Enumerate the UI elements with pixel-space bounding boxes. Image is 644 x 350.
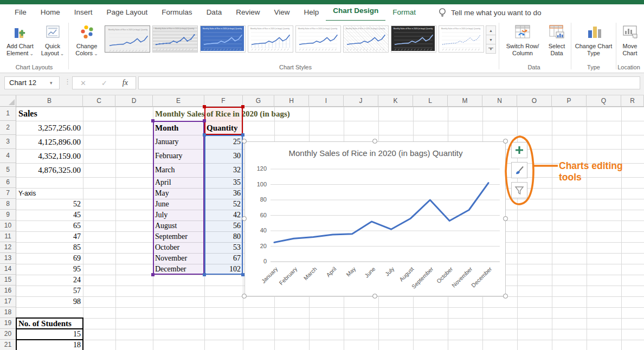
tell-me-box[interactable]: Tell me what you want to do bbox=[438, 7, 542, 18]
column-header-O[interactable]: O bbox=[517, 95, 552, 107]
chart-style-thumbnail-5[interactable]: Monthly Sales of Rice in 2020 (in bags) … bbox=[295, 25, 341, 53]
row-header-12[interactable]: 12 bbox=[0, 242, 16, 253]
series-name-range-handle[interactable] bbox=[241, 105, 244, 108]
column-header-B[interactable]: B bbox=[16, 95, 83, 107]
chart-style-thumbnail-6[interactable]: Monthly Sales of Rice in 2020 (in bags) … bbox=[343, 25, 389, 53]
tab-format[interactable]: Format bbox=[385, 4, 423, 21]
column-header-C[interactable]: C bbox=[83, 95, 115, 107]
values-range-handle[interactable] bbox=[203, 133, 206, 137]
row-header-3[interactable]: 3 bbox=[0, 135, 16, 149]
chart-style-thumbnail-2[interactable]: Monthly Sales of Rice in 2020 (in bags) … bbox=[152, 25, 198, 53]
values-range-handle[interactable] bbox=[241, 133, 244, 137]
tab-view[interactable]: View bbox=[267, 4, 297, 21]
cancel-icon[interactable]: ✕ bbox=[80, 79, 86, 87]
row-header-8[interactable]: 8 bbox=[0, 199, 16, 210]
row-header-13[interactable]: 13 bbox=[0, 253, 16, 264]
row-header-1[interactable]: 1 bbox=[0, 107, 16, 121]
column-header-E[interactable]: E bbox=[153, 95, 204, 107]
chart-styles-button[interactable] bbox=[511, 162, 527, 178]
column-header-F[interactable]: F bbox=[204, 95, 243, 107]
cell-B10[interactable]: 65 bbox=[16, 221, 83, 231]
row-header-17[interactable]: 17 bbox=[0, 296, 16, 307]
chart-object[interactable]: Monthly Sales of Rice in 2020 (in bags) … bbox=[244, 141, 506, 296]
chart-selection-handle[interactable] bbox=[503, 139, 508, 144]
row-header-5[interactable]: 5 bbox=[0, 163, 16, 177]
cell-B17[interactable]: 98 bbox=[16, 296, 83, 307]
tab-chart-design[interactable]: Chart Design bbox=[326, 4, 385, 22]
row-header-21[interactable]: 21 bbox=[0, 340, 16, 350]
column-header-R[interactable]: R bbox=[621, 95, 644, 107]
row-header-6[interactable]: 6 bbox=[0, 177, 16, 188]
cell-B14[interactable]: 95 bbox=[16, 264, 83, 275]
tab-help[interactable]: Help bbox=[297, 4, 326, 21]
tab-review[interactable]: Review bbox=[229, 4, 267, 21]
tab-insert[interactable]: Insert bbox=[67, 4, 100, 21]
gallery-more-button[interactable]: ▼ bbox=[486, 44, 496, 54]
chart-selection-handle[interactable] bbox=[503, 294, 508, 299]
row-header-10[interactable]: 10 bbox=[0, 221, 16, 231]
switch-row-column-button[interactable]: Switch Row/ Column bbox=[501, 23, 544, 57]
column-header-G[interactable]: G bbox=[243, 95, 274, 107]
tab-data[interactable]: Data bbox=[199, 4, 229, 21]
row-header-14[interactable]: 14 bbox=[0, 264, 16, 275]
category-range-handle[interactable] bbox=[151, 119, 154, 122]
select-all-corner[interactable] bbox=[0, 95, 16, 107]
values-range-handle[interactable] bbox=[203, 273, 206, 276]
row-header-20[interactable]: 20 bbox=[0, 329, 16, 340]
chart-selection-handle[interactable] bbox=[242, 216, 247, 221]
column-header-K[interactable]: K bbox=[378, 95, 413, 107]
cell-B4[interactable]: 4,352,159.00 bbox=[16, 149, 83, 163]
cell-B13[interactable]: 69 bbox=[16, 253, 83, 264]
cell-B1[interactable]: Sales bbox=[16, 107, 83, 121]
cell-B2[interactable]: 3,257,256.00 bbox=[16, 121, 83, 135]
column-header-I[interactable]: I bbox=[309, 95, 344, 107]
cell-B16[interactable]: 57 bbox=[16, 286, 83, 296]
cell-B8[interactable]: 52 bbox=[16, 199, 83, 210]
chart-selection-handle[interactable] bbox=[242, 294, 247, 299]
chart-title[interactable]: Monthly Sales of Rice in 2020 (in bags) … bbox=[245, 148, 506, 158]
series-name-range-handle[interactable] bbox=[203, 105, 206, 108]
gallery-scroll-down-button[interactable]: ▼ bbox=[486, 35, 496, 44]
row-header-19[interactable]: 19 bbox=[0, 318, 16, 329]
column-header-N[interactable]: N bbox=[482, 95, 517, 107]
cell-B15[interactable]: 24 bbox=[16, 275, 83, 286]
category-range-handle[interactable] bbox=[203, 119, 206, 122]
change-colors-button[interactable]: Change Colors bbox=[72, 23, 101, 57]
tab-home[interactable]: Home bbox=[34, 4, 67, 21]
add-chart-element-button[interactable]: Add Chart Element bbox=[3, 23, 37, 57]
chart-style-thumbnail-3[interactable]: Monthly Sales of Rice in 2020 (in bags) … bbox=[200, 25, 246, 53]
cell-B20[interactable]: 15 bbox=[16, 329, 83, 340]
chart-elements-button[interactable] bbox=[511, 142, 527, 158]
chart-style-thumbnail-7[interactable]: Monthly Sales of Rice in 2020 (in bags) … bbox=[391, 25, 436, 53]
chart-selection-handle[interactable] bbox=[503, 216, 508, 221]
cell-B3[interactable]: 4,125,896.00 bbox=[16, 135, 83, 149]
row-header-7[interactable]: 7 bbox=[0, 188, 16, 199]
gallery-scroll-up-button[interactable]: ▲ bbox=[486, 25, 496, 35]
chart-style-thumbnail-1[interactable]: Monthly Sales of Rice in 2020 (in bags) … bbox=[105, 25, 150, 53]
row-header-9[interactable]: 9 bbox=[0, 210, 16, 221]
chart-style-thumbnail-4[interactable]: Monthly Sales of Rice in 2020 (in bags) … bbox=[248, 25, 293, 53]
column-header-M[interactable]: M bbox=[448, 95, 482, 107]
name-box-dropdown-icon[interactable]: ▾ bbox=[50, 76, 59, 89]
insert-function-icon[interactable]: fx bbox=[123, 79, 128, 87]
row-header-18[interactable]: 18 bbox=[0, 307, 16, 318]
tab-file[interactable]: File bbox=[8, 4, 34, 21]
cell-B9[interactable]: 45 bbox=[16, 210, 83, 221]
cell-B21[interactable]: 18 bbox=[16, 340, 83, 350]
chart-selection-handle[interactable] bbox=[242, 139, 247, 144]
chart-style-thumbnail-8[interactable]: Monthly Sales of Rice in 2020 (in bags) … bbox=[439, 25, 484, 53]
cell-B19[interactable]: No. of Students bbox=[16, 318, 83, 329]
column-header-D[interactable]: D bbox=[115, 95, 153, 107]
tab-formulas[interactable]: Formulas bbox=[154, 4, 199, 21]
enter-icon[interactable]: ✓ bbox=[101, 79, 107, 87]
column-header-Q[interactable]: Q bbox=[587, 95, 621, 107]
formula-input[interactable] bbox=[138, 76, 640, 89]
row-header-4[interactable]: 4 bbox=[0, 149, 16, 163]
chart-selection-handle[interactable] bbox=[372, 294, 377, 299]
category-range-handle[interactable] bbox=[151, 273, 154, 276]
move-chart-button[interactable]: Move Chart bbox=[618, 23, 642, 57]
cell-B11[interactable]: 47 bbox=[16, 231, 83, 242]
chart-filters-button[interactable] bbox=[511, 182, 527, 198]
change-chart-type-button[interactable]: Change Chart Type bbox=[574, 23, 614, 57]
row-header-11[interactable]: 11 bbox=[0, 231, 16, 242]
